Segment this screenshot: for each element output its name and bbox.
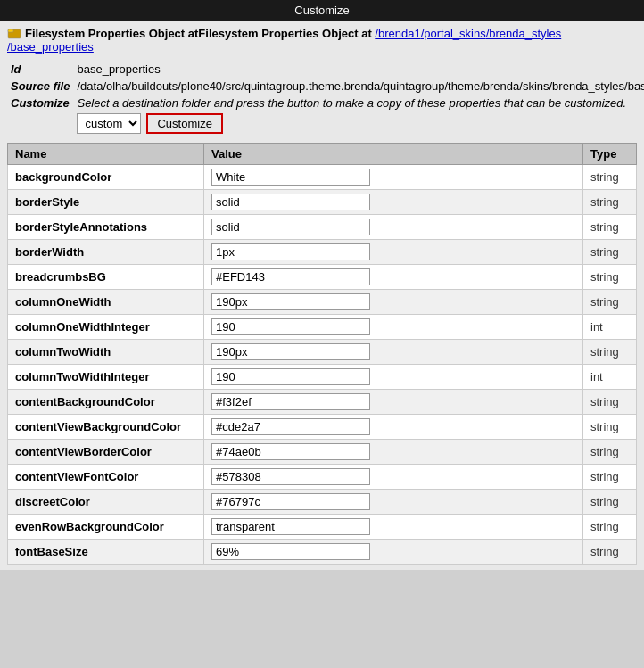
prop-value-cell	[204, 515, 583, 540]
prop-type: int	[583, 365, 637, 390]
breadcrumb-link-1[interactable]: /brenda1	[375, 27, 420, 40]
prop-value-input[interactable]	[211, 293, 370, 310]
prop-value-input[interactable]	[211, 169, 370, 186]
prop-type: string	[583, 190, 637, 215]
prop-value-input[interactable]	[211, 318, 370, 335]
id-label: Id	[7, 61, 73, 78]
prop-value-input[interactable]	[211, 268, 370, 285]
prop-value-input[interactable]	[211, 418, 370, 435]
title-bar: Customize	[0, 0, 644, 21]
table-row: backgroundColorstring	[8, 165, 637, 190]
prop-value-cell	[204, 440, 583, 465]
prop-value-input[interactable]	[211, 468, 370, 485]
prop-value-input[interactable]	[211, 393, 370, 410]
prop-value-cell	[204, 415, 583, 440]
breadcrumb-link-3[interactable]: /brenda_styles	[486, 27, 562, 40]
prop-value-input[interactable]	[211, 543, 370, 560]
customize-button[interactable]: Customize	[146, 113, 222, 134]
filesystem-icon	[7, 26, 21, 40]
prop-type: string	[583, 440, 637, 465]
source-value: /data/olha/buildouts/plone40/src/quintag…	[73, 78, 644, 95]
prop-value-input[interactable]	[211, 343, 370, 360]
prop-type: string	[583, 240, 637, 265]
source-label: Source file	[7, 78, 73, 95]
table-row: discreetColorstring	[8, 490, 637, 515]
prop-name: columnOneWidthInteger	[8, 315, 204, 340]
prop-type: string	[583, 540, 637, 565]
customize-description: Select a destination folder and press th…	[77, 96, 644, 110]
breadcrumb-prefix-text: Filesystem Properties Object at	[198, 27, 375, 40]
prop-name: fontBaseSize	[8, 540, 204, 565]
col-header-value: Value	[204, 144, 583, 165]
prop-name: contentViewBackgroundColor	[8, 415, 204, 440]
prop-type: string	[583, 340, 637, 365]
prop-type: string	[583, 415, 637, 440]
prop-value-cell	[204, 190, 583, 215]
prop-name: columnOneWidth	[8, 290, 204, 315]
prop-type: string	[583, 290, 637, 315]
prop-name: breadcrumbsBG	[8, 265, 204, 290]
breadcrumb-link-2[interactable]: /portal_skins	[421, 27, 486, 40]
prop-name: columnTwoWidth	[8, 340, 204, 365]
customize-label: Customize	[7, 95, 73, 136]
table-row: breadcrumbsBGstring	[8, 265, 637, 290]
prop-value-cell	[204, 290, 583, 315]
prop-type: string	[583, 215, 637, 240]
prop-name: columnTwoWidthInteger	[8, 365, 204, 390]
breadcrumb: Filesystem Properties Object at Filesyst…	[7, 26, 637, 54]
prop-value-input[interactable]	[211, 443, 370, 460]
prop-name: borderStyle	[8, 190, 204, 215]
prop-type: string	[583, 390, 637, 415]
prop-value-cell	[204, 215, 583, 240]
destination-dropdown[interactable]: custom	[77, 113, 141, 134]
table-row: columnTwoWidthstring	[8, 340, 637, 365]
table-row: borderStyleAnnotationsstring	[8, 215, 637, 240]
prop-name: discreetColor	[8, 490, 204, 515]
prop-value-input[interactable]	[211, 219, 370, 235]
table-row: contentBackgroundColorstring	[8, 390, 637, 415]
table-row: borderWidthstring	[8, 240, 637, 265]
prop-value-cell	[204, 365, 583, 390]
prop-value-input[interactable]	[211, 194, 370, 210]
prop-value-cell	[204, 390, 583, 415]
prop-type: string	[583, 465, 637, 490]
table-row: evenRowBackgroundColorstring	[8, 515, 637, 540]
prop-value-input[interactable]	[211, 493, 370, 510]
breadcrumb-link-4[interactable]: /base_properties	[7, 40, 94, 54]
breadcrumb-prefix: Filesystem Properties Object at	[25, 27, 198, 40]
table-row: columnOneWidthIntegerint	[8, 315, 637, 340]
prop-value-cell	[204, 240, 583, 265]
prop-value-cell	[204, 540, 583, 565]
prop-name: contentBackgroundColor	[8, 390, 204, 415]
id-value: base_properties	[73, 61, 644, 78]
table-row: borderStylestring	[8, 190, 637, 215]
properties-table: Name Value Type backgroundColorstringbor…	[7, 143, 637, 565]
table-row: contentViewFontColorstring	[8, 465, 637, 490]
table-row: columnOneWidthstring	[8, 290, 637, 315]
table-row: contentViewBackgroundColorstring	[8, 415, 637, 440]
prop-type: string	[583, 265, 637, 290]
prop-type: string	[583, 490, 637, 515]
svg-rect-1	[8, 29, 13, 32]
prop-type: string	[583, 165, 637, 190]
prop-type: string	[583, 515, 637, 540]
prop-value-input[interactable]	[211, 368, 370, 385]
col-header-type: Type	[583, 144, 637, 165]
prop-value-cell	[204, 340, 583, 365]
prop-value-cell	[204, 465, 583, 490]
prop-name: contentViewFontColor	[8, 465, 204, 490]
prop-name: backgroundColor	[8, 165, 204, 190]
prop-value-cell	[204, 265, 583, 290]
table-row: columnTwoWidthIntegerint	[8, 365, 637, 390]
table-row: fontBaseSizestring	[8, 540, 637, 565]
prop-type: int	[583, 315, 637, 340]
title-label: Customize	[294, 4, 349, 17]
prop-name: borderWidth	[8, 240, 204, 265]
prop-name: contentViewBorderColor	[8, 440, 204, 465]
prop-value-input[interactable]	[211, 518, 370, 535]
prop-value-cell	[204, 490, 583, 515]
prop-name: borderStyleAnnotations	[8, 215, 204, 240]
prop-value-input[interactable]	[211, 243, 370, 260]
prop-name: evenRowBackgroundColor	[8, 515, 204, 540]
prop-value-cell	[204, 315, 583, 340]
